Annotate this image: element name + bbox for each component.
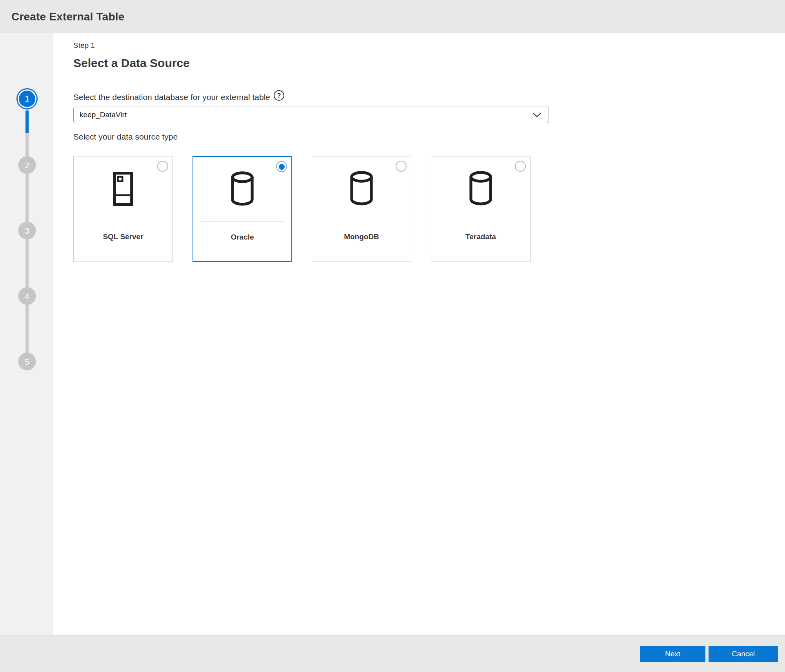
stepper-track-progress: [25, 111, 29, 133]
step-number: 3: [25, 226, 29, 235]
destination-database-value: keep_DataVirt: [80, 111, 127, 119]
step-indicator-5[interactable]: 5: [18, 353, 36, 371]
cancel-button[interactable]: Cancel: [709, 646, 778, 662]
radio-button[interactable]: [515, 161, 526, 172]
source-card-label: Teradata: [431, 232, 530, 241]
card-separator: [200, 221, 285, 222]
create-external-table-dialog: Create External Table 1 2 3 4 5 Step 1 S…: [0, 0, 785, 672]
step-label: Step 1: [73, 41, 785, 50]
step-number: 1: [25, 94, 29, 104]
card-separator: [438, 221, 523, 221]
source-card-teradata[interactable]: Teradata: [431, 156, 531, 262]
radio-button[interactable]: [396, 161, 407, 172]
page-title: Select a Data Source: [73, 56, 785, 70]
source-card-sql-server[interactable]: SQL Server: [73, 156, 173, 262]
step-indicator-1[interactable]: 1: [18, 89, 36, 108]
card-separator: [319, 221, 404, 221]
database-field-label-row: Select the destination database for your…: [73, 92, 785, 102]
dialog-titlebar: Create External Table: [0, 0, 785, 33]
card-separator: [80, 221, 166, 221]
source-card-label: Oracle: [193, 233, 291, 242]
radio-button[interactable]: [276, 161, 287, 172]
radio-button[interactable]: [157, 161, 168, 172]
step-indicator-3[interactable]: 3: [18, 222, 36, 240]
source-type-label: Select your data source type: [73, 132, 785, 142]
dialog-footer: Next Cancel: [0, 635, 785, 672]
source-card-mongodb[interactable]: MongoDB: [312, 156, 411, 262]
source-card-oracle[interactable]: Oracle: [193, 156, 292, 262]
wizard-page-content: Step 1 Select a Data Source Select the d…: [53, 33, 785, 635]
step-indicator-2[interactable]: 2: [18, 156, 36, 174]
wizard-stepper-sidebar: 1 2 3 4 5: [0, 33, 53, 635]
destination-database-select[interactable]: keep_DataVirt: [73, 107, 549, 123]
database-field-label: Select the destination database for your…: [73, 92, 270, 102]
step-number: 5: [25, 357, 29, 366]
data-source-cards: SQL Server Oracle: [73, 156, 785, 262]
step-indicator-4[interactable]: 4: [18, 287, 36, 305]
chevron-down-icon: [532, 113, 542, 118]
next-button[interactable]: Next: [640, 646, 705, 662]
step-number: 2: [25, 160, 29, 170]
step-number: 4: [25, 291, 29, 301]
dialog-title: Create External Table: [11, 11, 124, 23]
question-mark-icon[interactable]: ?: [274, 90, 284, 101]
source-card-label: SQL Server: [74, 232, 173, 241]
source-card-label: MongoDB: [312, 232, 411, 241]
